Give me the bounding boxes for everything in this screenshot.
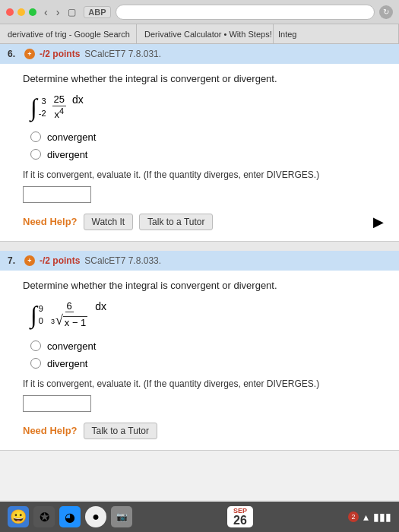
problem-7-header: 7. + -/2 points SCalcET7 7.8.033. bbox=[0, 251, 399, 271]
nav-buttons: ‹ › ▢ bbox=[41, 5, 79, 20]
tab-derivative-calc[interactable]: Derivative Calculator • With Steps! bbox=[137, 24, 274, 43]
frac-denominator-7: 3√x − 1 bbox=[49, 312, 89, 329]
talk-to-tutor-button-6[interactable]: Talk to a Tutor bbox=[139, 214, 213, 230]
finder-icon[interactable]: 😀 bbox=[8, 506, 29, 527]
problem-7-help-row: Need Help? Talk to a Tutor bbox=[23, 423, 384, 439]
minimize-button[interactable] bbox=[17, 8, 25, 16]
problem-6-statement: Determine whether the integral is conver… bbox=[23, 73, 384, 84]
radio-divergent-7[interactable] bbox=[30, 358, 41, 369]
problem-7-number: 7. bbox=[8, 255, 20, 266]
convergent-label-6: convergent bbox=[47, 131, 96, 143]
integral-limits-7: 9 0 bbox=[39, 304, 43, 325]
problem-6-answer-input[interactable] bbox=[23, 186, 91, 203]
problem-6-help-row: Need Help? Watch It Talk to a Tutor ▶ bbox=[23, 214, 384, 230]
integral-upper-7: 9 bbox=[39, 304, 43, 313]
problem-7-statement: Determine whether the integral is conver… bbox=[23, 280, 384, 291]
back-button[interactable]: ‹ bbox=[41, 5, 51, 20]
wifi-icon: ▴ bbox=[363, 511, 369, 523]
cursor-arrow: ▶ bbox=[373, 214, 384, 230]
problem-6-integral: ∫ 3 -2 25 x4 dx bbox=[30, 93, 384, 121]
frac-numerator: 25 bbox=[52, 93, 66, 106]
integral-limits: 3 -2 bbox=[39, 97, 46, 118]
abp-badge[interactable]: ABP bbox=[84, 6, 110, 18]
option-convergent-6[interactable]: convergent bbox=[30, 131, 384, 143]
radio-convergent-7[interactable] bbox=[30, 340, 41, 351]
problem-6-options: convergent divergent bbox=[30, 131, 384, 160]
cube-root: 3√x − 1 bbox=[51, 312, 87, 329]
fraction-7: 6 3√x − 1 bbox=[49, 300, 89, 330]
problem-6-note: If it is convergent, evaluate it. (If th… bbox=[23, 169, 384, 180]
notification-badge: 2 bbox=[348, 511, 359, 522]
tab-bar: derivative of trig - Google Search Deriv… bbox=[0, 24, 399, 44]
problem-6-id: SCalcET7 7.8.031. bbox=[84, 49, 161, 59]
problem-7-body: Determine whether the integral is conver… bbox=[0, 271, 399, 450]
integral-symbol: ∫ bbox=[30, 95, 37, 119]
convergent-label-7: convergent bbox=[47, 340, 96, 352]
address-bar: ABP ↻ bbox=[84, 5, 393, 20]
radical-index: 3 bbox=[51, 318, 55, 326]
calendar-badge: SEP 26 bbox=[227, 506, 253, 527]
problem-6-plus-icon: + bbox=[24, 49, 35, 59]
talk-to-tutor-button-7[interactable]: Talk to a Tutor bbox=[84, 423, 157, 439]
chrome-icon[interactable]: ● bbox=[85, 506, 106, 527]
tab-integ[interactable]: Integ bbox=[274, 24, 399, 43]
radical-sym: √ bbox=[55, 312, 63, 329]
divergent-label-7: divergent bbox=[47, 358, 87, 369]
problem-7-plus-icon: + bbox=[24, 255, 35, 266]
integral-lower-7: 0 bbox=[39, 316, 43, 325]
divergent-label-6: divergent bbox=[47, 149, 87, 160]
spacer bbox=[0, 242, 399, 251]
maximize-button[interactable] bbox=[29, 8, 36, 16]
frac-denominator: x4 bbox=[53, 106, 66, 121]
fraction: 25 x4 bbox=[52, 93, 66, 121]
problem-6-points: -/2 points bbox=[40, 49, 80, 59]
need-help-label-7: Need Help? bbox=[23, 425, 78, 436]
radical-content: x − 1 bbox=[63, 316, 88, 329]
url-bar[interactable] bbox=[116, 5, 375, 20]
refresh-icon[interactable]: ↻ bbox=[379, 5, 393, 19]
taskbar-apps: 😀 ✪ ◕ ● 📷 bbox=[8, 506, 132, 527]
main-content: 6. + -/2 points SCalcET7 7.8.031. Determ… bbox=[0, 44, 399, 500]
integral-expr-7: 6 3√x − 1 dx bbox=[49, 300, 106, 330]
option-divergent-7[interactable]: divergent bbox=[30, 358, 384, 369]
taskbar-status: 2 ▴ ▮▮▮ bbox=[348, 511, 391, 523]
problem-7-note: If it is convergent, evaluate it. (If th… bbox=[23, 378, 384, 389]
battery-icon: ▮▮▮ bbox=[373, 511, 391, 523]
browser-chrome: ‹ › ▢ ABP ↻ bbox=[0, 0, 399, 24]
integral-symbol-7: ∫ bbox=[30, 302, 37, 327]
problem-6-number: 6. bbox=[8, 49, 20, 59]
problem-7-id: SCalcET7 7.8.033. bbox=[84, 255, 161, 266]
close-button[interactable] bbox=[6, 8, 14, 16]
radio-convergent-6[interactable] bbox=[30, 131, 41, 142]
launchpad-icon[interactable]: ✪ bbox=[33, 506, 55, 527]
problem-7-integral: ∫ 9 0 6 3√x − 1 dx bbox=[30, 300, 384, 330]
dx-label-7: dx bbox=[95, 300, 106, 312]
traffic-lights bbox=[6, 8, 36, 16]
integral-upper: 3 bbox=[41, 97, 46, 106]
need-help-label-6: Need Help? bbox=[23, 216, 78, 227]
forward-button[interactable]: › bbox=[53, 5, 63, 20]
window-view-button[interactable]: ▢ bbox=[65, 5, 79, 20]
problem-7-answer-input[interactable] bbox=[23, 395, 91, 412]
problem-6: 6. + -/2 points SCalcET7 7.8.031. Determ… bbox=[0, 44, 399, 242]
problem-7-points: -/2 points bbox=[40, 255, 80, 266]
watch-it-button[interactable]: Watch It bbox=[84, 214, 134, 230]
integral-lower: -2 bbox=[39, 109, 46, 118]
option-convergent-7[interactable]: convergent bbox=[30, 340, 384, 352]
problem-7: 7. + -/2 points SCalcET7 7.8.033. Determ… bbox=[0, 251, 399, 451]
tab-search[interactable]: derivative of trig - Google Search bbox=[0, 24, 137, 43]
dx-label: dx bbox=[72, 93, 84, 106]
problem-6-header: 6. + -/2 points SCalcET7 7.8.031. bbox=[0, 44, 399, 64]
safari-icon[interactable]: ◕ bbox=[59, 506, 81, 527]
calendar-day: 26 bbox=[233, 515, 247, 527]
frac-numerator-7: 6 bbox=[65, 300, 74, 313]
problem-6-body: Determine whether the integral is conver… bbox=[0, 64, 399, 241]
problem-7-options: convergent divergent bbox=[30, 340, 384, 369]
taskbar-calendar[interactable]: SEP 26 bbox=[227, 506, 253, 527]
thumbnail-icon[interactable]: 📷 bbox=[111, 506, 132, 527]
radio-divergent-6[interactable] bbox=[30, 149, 41, 160]
integral-expr: 25 x4 dx bbox=[52, 93, 84, 121]
taskbar: 😀 ✪ ◕ ● 📷 SEP 26 2 ▴ ▮▮▮ bbox=[0, 502, 399, 532]
option-divergent-6[interactable]: divergent bbox=[30, 149, 384, 160]
